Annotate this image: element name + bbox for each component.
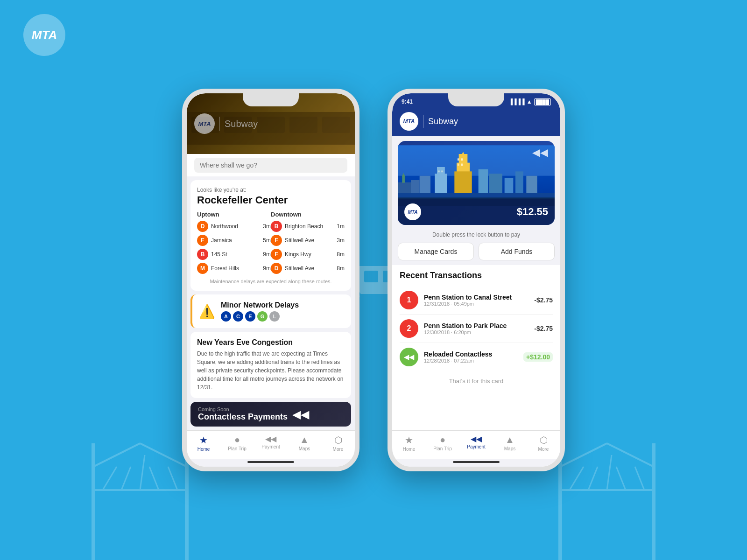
- train-dest: Brighton Beach: [285, 223, 334, 230]
- line-badge-g: G: [257, 311, 268, 322]
- tx-icon-3: ◀◀: [400, 348, 418, 366]
- maps2-label: Maps: [504, 446, 515, 451]
- home2-label: Home: [403, 447, 416, 452]
- phone-payment: 9:41 ▐▐▐▐ ▲ ████ MTA Subway: [388, 89, 565, 471]
- svg-line-24: [607, 455, 612, 490]
- plan-trip-label: Plan Trip: [228, 446, 246, 451]
- phone1-content: Looks like you're at: Rockefeller Center…: [187, 176, 355, 430]
- nav-more[interactable]: ⬡ More: [321, 434, 355, 452]
- battery-icon: ████: [534, 98, 551, 105]
- transaction-item-3[interactable]: ◀◀ Reloaded Contactless 12/28/2018 · 07:…: [400, 343, 553, 371]
- nav2-more[interactable]: ⬡ More: [527, 434, 560, 452]
- transaction-item-2[interactable]: 2 Penn Station to Park Place 12/30/2018 …: [400, 315, 553, 343]
- uptown-col: Uptown D Northwood 3m F Jamaica 5m: [197, 211, 271, 277]
- more2-icon: ⬡: [540, 434, 548, 446]
- tx-info-1: Penn Station to Canal Street 12/31/2018 …: [424, 294, 529, 307]
- maps-icon: ▲: [300, 434, 309, 445]
- nye-card: New Years Eve Congestion Due to the high…: [190, 332, 351, 398]
- svg-rect-41: [420, 176, 430, 193]
- home-label: Home: [197, 447, 210, 452]
- train-row: B Brighton Beach 1m: [271, 221, 345, 232]
- phone2-notch: [448, 93, 504, 106]
- tx-amount-2: -$2.75: [534, 325, 553, 332]
- tx-icon-2: 2: [400, 319, 418, 338]
- svg-line-13: [121, 467, 131, 490]
- svg-rect-40: [435, 174, 447, 193]
- location-label: Looks like you're at:: [197, 187, 345, 193]
- tx-info-3: Reloaded Contactless 12/28/2018 · 07:22a…: [424, 350, 518, 364]
- train-dest: Northwood: [211, 223, 260, 230]
- coming-soon-text: Coming Soon Contactless Payments: [198, 406, 288, 422]
- svg-rect-43: [479, 169, 488, 193]
- nav2-plan-trip[interactable]: ● Plan Trip: [426, 434, 459, 452]
- maps2-icon: ▲: [505, 434, 514, 445]
- svg-rect-32: [322, 117, 350, 133]
- manage-cards-button[interactable]: Manage Cards: [398, 243, 474, 260]
- payment-app-header: MTA Subway: [392, 108, 560, 136]
- card-mta-logo: MTA: [404, 203, 421, 220]
- tx-amount-3: +$12.00: [523, 352, 553, 362]
- svg-rect-42: [411, 180, 420, 193]
- more2-label: More: [538, 447, 549, 452]
- train-badge-f3: F: [271, 249, 282, 260]
- status-time: 9:41: [402, 98, 413, 105]
- downtown-header: Downtown: [271, 211, 345, 218]
- card-bottom: MTA $12.55: [398, 199, 555, 225]
- add-funds-button[interactable]: Add Funds: [479, 243, 555, 260]
- svg-line-16: [168, 467, 177, 490]
- tx-amount-1: -$2.75: [534, 296, 553, 304]
- transactions-section: Recent Transactions 1 Penn Station to Ca…: [392, 265, 560, 430]
- signal-icon: ▐▐▐▐: [509, 98, 525, 105]
- train-dest: Forest Hills: [211, 265, 260, 272]
- train-row: D Stillwell Ave 8m: [271, 263, 345, 274]
- mta-logo-background: MTA: [23, 14, 65, 56]
- coming-soon-banner[interactable]: Coming Soon Contactless Payments ◀◀: [190, 402, 351, 427]
- train-row: D Northwood 3m: [197, 221, 271, 232]
- svg-line-20: [560, 443, 607, 467]
- tx-name-1: Penn Station to Canal Street: [424, 294, 529, 301]
- downtown-col: Downtown B Brighton Beach 1m F Stillwell…: [271, 211, 345, 277]
- phone1-screen: MTA Subway: [187, 93, 355, 467]
- search-input[interactable]: [194, 158, 347, 173]
- line-badge-c: C: [233, 311, 243, 322]
- svg-line-12: [103, 467, 117, 490]
- nav-plan-trip[interactable]: ● Plan Trip: [220, 434, 254, 452]
- card-end-note: That's it for this card: [400, 371, 553, 391]
- svg-line-21: [607, 443, 654, 467]
- train-time: 8m: [337, 265, 345, 272]
- more-icon: ⬡: [334, 434, 342, 446]
- train-dest: Stillwell Ave: [285, 237, 334, 244]
- payment-header-title: Subway: [428, 117, 458, 126]
- tx-date-2: 12/30/2018 · 6:20pm: [424, 329, 529, 335]
- svg-rect-28: [191, 117, 219, 133]
- svg-line-25: [616, 467, 626, 490]
- svg-line-22: [570, 467, 584, 490]
- nav-maps[interactable]: ▲ Maps: [288, 434, 321, 452]
- svg-rect-46: [515, 171, 523, 193]
- train-dest: 145 St: [211, 251, 260, 258]
- location-card: Looks like you're at: Rockefeller Center…: [190, 180, 351, 291]
- nav2-maps[interactable]: ▲ Maps: [493, 434, 527, 452]
- home-indicator-2: [453, 461, 500, 463]
- nav-payment[interactable]: ◀◀ Payment: [254, 434, 288, 452]
- maps-label: Maps: [299, 446, 310, 451]
- transit-card: ◀◀ MTA $12.55: [398, 141, 555, 225]
- line-badge-a: A: [221, 311, 231, 322]
- svg-rect-55: [438, 170, 440, 172]
- trains-grid: Uptown D Northwood 3m F Jamaica 5m: [197, 211, 345, 277]
- delay-lines: A C E G L: [221, 311, 299, 322]
- pay-instruction: Double press the lock button to pay: [392, 229, 560, 243]
- line-badge-e: E: [245, 311, 255, 322]
- home-indicator: [247, 461, 294, 463]
- line-badge-l: L: [269, 311, 280, 322]
- transaction-item-1[interactable]: 1 Penn Station to Canal Street 12/31/201…: [400, 286, 553, 315]
- nav2-home[interactable]: ★ Home: [392, 434, 426, 452]
- nav2-payment[interactable]: ◀◀ Payment: [459, 434, 493, 452]
- svg-rect-48: [398, 182, 411, 193]
- svg-line-23: [588, 467, 598, 490]
- svg-rect-54: [461, 164, 463, 166]
- nav-home[interactable]: ★ Home: [187, 434, 220, 452]
- nfc-icon: ◀◀: [532, 147, 548, 159]
- train-time: 8m: [337, 251, 345, 258]
- svg-rect-52: [461, 158, 463, 161]
